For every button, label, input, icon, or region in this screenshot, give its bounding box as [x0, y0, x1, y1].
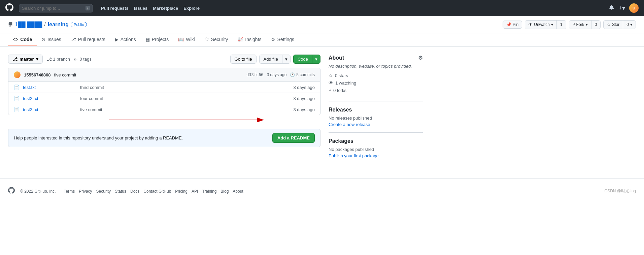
fork-group: ⑂ Fork ▾ 0: [569, 20, 601, 29]
watching-count: 1 watching: [335, 81, 356, 86]
add-readme-button[interactable]: Add a README: [272, 133, 315, 143]
table-row: 📄 test3.txt five commit 3 days ago: [8, 104, 320, 115]
repo-owner-link[interactable]: 1██ ████: [15, 22, 42, 28]
footer: © 2022 GitHub, Inc. Terms Privacy Securi…: [0, 179, 644, 203]
footer-links: Terms Privacy Security Status Docs Conta…: [64, 189, 243, 194]
footer-terms[interactable]: Terms: [64, 189, 75, 194]
file-name-link[interactable]: test.txt: [23, 85, 77, 90]
public-badge: Public: [71, 22, 87, 27]
readme-banner: Help people interested in this repositor…: [8, 129, 320, 147]
repo-breadcrumb: 1██ ████ / learning Public: [8, 22, 500, 28]
code-tab-icon: <>: [13, 37, 18, 42]
footer-training[interactable]: Training: [202, 189, 216, 194]
footer-about[interactable]: About: [233, 189, 243, 194]
about-header: About ⚙: [329, 55, 423, 61]
unwatch-button[interactable]: 👁 Unwatch ▾: [525, 21, 557, 29]
star-group: ☆ Star 0 ▾: [603, 20, 636, 29]
releases-none: No releases published: [329, 116, 423, 121]
search-input[interactable]: [22, 6, 83, 11]
file-commit-msg: third commit: [80, 85, 290, 90]
top-nav-right: +▾ U: [609, 3, 639, 13]
star-button[interactable]: ☆ Star: [604, 21, 623, 29]
code-dropdown-icon[interactable]: ▾: [312, 55, 320, 63]
commit-header-row: 15556746868 five commit d33fc66 3 days a…: [8, 68, 320, 82]
add-file-dropdown-icon[interactable]: ▾: [282, 55, 290, 63]
about-section: About ⚙ No description, website, or topi…: [329, 55, 423, 93]
footer-status[interactable]: Status: [115, 189, 126, 194]
tag-count-link[interactable]: 🏷 0 tags: [74, 57, 92, 62]
tab-settings[interactable]: ⚙ Settings: [266, 33, 299, 46]
stars-stat: ☆ 0 stars: [329, 73, 423, 78]
tab-projects[interactable]: ▦ Projects: [141, 33, 174, 46]
commit-hash[interactable]: d33fc66: [246, 72, 264, 77]
plus-icon[interactable]: +▾: [618, 4, 625, 12]
dropdown-icon: ▾: [551, 22, 553, 27]
footer-blog[interactable]: Blog: [221, 189, 229, 194]
commit-user[interactable]: 15556746868: [24, 72, 51, 77]
table-row: 📄 test2.txt four commit 3 days ago: [8, 93, 320, 104]
actions-tab-icon: ▶: [115, 37, 118, 42]
fork-count[interactable]: 0: [591, 21, 601, 29]
file-name-link[interactable]: test2.txt: [23, 96, 77, 101]
code-label: Code: [294, 55, 312, 63]
code-button[interactable]: Code ▾: [293, 55, 320, 64]
search-slash-icon: /: [86, 6, 90, 10]
repo-name-link[interactable]: learning: [48, 22, 69, 28]
search-box[interactable]: /: [19, 4, 93, 12]
tab-security[interactable]: 🛡 Security: [200, 33, 233, 46]
projects-tab-icon: ▦: [145, 37, 150, 42]
unwatch-group: 👁 Unwatch ▾ 1: [525, 20, 566, 29]
footer-api[interactable]: API: [192, 189, 198, 194]
file-commit-msg: five commit: [80, 107, 290, 112]
publish-package-link[interactable]: Publish your first package: [329, 153, 423, 158]
top-navigation: / Pull requests Issues Marketplace Explo…: [0, 0, 644, 16]
commit-right: d33fc66 3 days ago 🕐 5 commits: [246, 72, 315, 77]
tab-actions[interactable]: ▶ Actions: [110, 33, 141, 46]
tab-code[interactable]: <> Code: [8, 33, 37, 46]
main-content: ⎇ master ▾ ⎇ 1 branch 🏷 0 tags Go to f: [0, 46, 431, 168]
repo-separator: /: [44, 22, 45, 28]
branch-selector[interactable]: ⎇ master ▾: [8, 55, 43, 64]
github-logo[interactable]: [5, 3, 13, 13]
file-icon: 📄: [14, 96, 20, 101]
branch-count-link[interactable]: ⎇ 1 branch: [47, 57, 70, 62]
table-row: 📄 test.txt third commit 3 days ago: [8, 82, 320, 93]
fork-icon: ⑂: [573, 22, 575, 27]
nav-issues[interactable]: Issues: [134, 6, 147, 11]
star-count[interactable]: 0 ▾: [623, 21, 636, 29]
fork-button[interactable]: ⑂ Fork ▾: [569, 21, 591, 29]
file-commit-msg: four commit: [80, 96, 290, 101]
unwatch-count[interactable]: 1: [557, 21, 566, 29]
commits-count-link[interactable]: 🕐 5 commits: [290, 72, 315, 77]
nav-marketplace[interactable]: Marketplace: [153, 6, 178, 11]
branch-bar-right: Go to file Add file ▾ Code ▾: [230, 55, 320, 64]
repo-tabs: <> Code ⊙ Issues ⎇ Pull requests ▶ Actio…: [0, 33, 644, 46]
eye-stat-icon: 👁: [329, 80, 333, 86]
pin-button[interactable]: 📌 Pin: [503, 21, 522, 29]
tab-wiki[interactable]: 📖 Wiki: [173, 33, 199, 46]
insights-tab-icon: 📈: [237, 37, 243, 42]
create-release-link[interactable]: Create a new release: [329, 122, 423, 127]
forks-stat: ⑂ 0 forks: [329, 88, 423, 93]
repo-action-buttons: 📌 Pin 👁 Unwatch ▾ 1 ⑂ Fork ▾ 0: [503, 20, 636, 29]
repo-sidebar: About ⚙ No description, website, or topi…: [329, 55, 423, 160]
eye-icon: 👁: [529, 22, 533, 27]
nav-pull-requests[interactable]: Pull requests: [101, 6, 129, 11]
add-file-button[interactable]: Add file ▾: [259, 55, 291, 64]
top-nav-links: Pull requests Issues Marketplace Explore: [101, 6, 200, 11]
bell-icon[interactable]: [609, 5, 614, 11]
file-name-link[interactable]: test3.txt: [23, 107, 77, 112]
tab-insights[interactable]: 📈 Insights: [233, 33, 266, 46]
gear-icon[interactable]: ⚙: [418, 55, 423, 61]
footer-docs[interactable]: Docs: [130, 189, 139, 194]
goto-file-button[interactable]: Go to file: [230, 55, 257, 64]
footer-security[interactable]: Security: [96, 189, 111, 194]
branch-dropdown-icon: ▾: [36, 57, 38, 62]
footer-privacy[interactable]: Privacy: [79, 189, 92, 194]
footer-contact[interactable]: Contact GitHub: [143, 189, 171, 194]
nav-explore[interactable]: Explore: [183, 6, 200, 11]
footer-pricing[interactable]: Pricing: [175, 189, 188, 194]
tab-pull-requests[interactable]: ⎇ Pull requests: [66, 33, 110, 46]
avatar[interactable]: U: [629, 3, 639, 13]
tab-issues[interactable]: ⊙ Issues: [37, 33, 66, 46]
